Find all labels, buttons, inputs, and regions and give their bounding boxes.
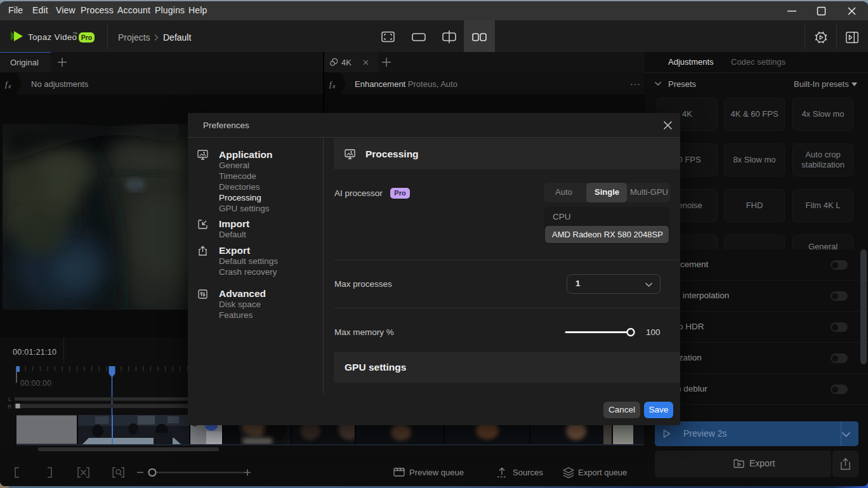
svg-text:R: R (8, 404, 12, 410)
svg-text:x: x (8, 83, 11, 89)
svg-text:x: x (332, 83, 336, 89)
svg-text:00:00:00: 00:00:00 (20, 379, 51, 388)
svg-text:L: L (8, 396, 11, 402)
